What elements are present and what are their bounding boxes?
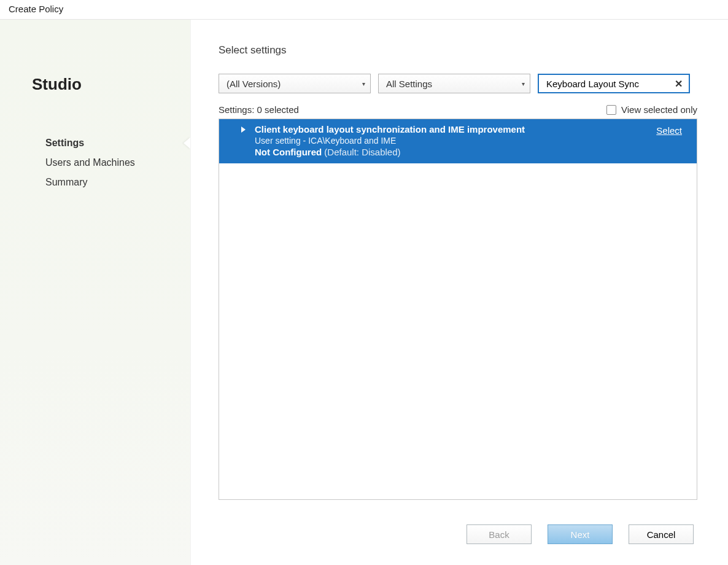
footer-buttons: Back Next Cancel <box>190 506 728 565</box>
wizard-body: Studio Settings Users and Machines Summa… <box>0 20 728 565</box>
content-panel: Select settings (All Versions) ▾ All Set… <box>190 20 728 565</box>
checkbox-icon[interactable] <box>606 105 616 115</box>
setting-status: Not Configured (Default: Disabled) <box>255 147 656 157</box>
expand-icon[interactable] <box>241 127 246 133</box>
search-input[interactable] <box>545 78 672 90</box>
back-button[interactable]: Back <box>467 524 532 544</box>
view-selected-only-label: View selected only <box>621 104 697 115</box>
setting-subtitle: User setting - ICA\Keyboard and IME <box>255 136 656 146</box>
search-box[interactable]: ✕ <box>538 74 690 93</box>
sidebar-item-label: Users and Machines <box>45 157 135 168</box>
sidebar-item-summary[interactable]: Summary <box>32 173 190 192</box>
view-selected-only-toggle[interactable]: View selected only <box>606 104 697 115</box>
category-select[interactable]: All Settings ▾ <box>378 74 530 93</box>
sidebar-item-users-machines[interactable]: Users and Machines <box>32 153 190 173</box>
cancel-button[interactable]: Cancel <box>629 524 694 544</box>
version-select-value: (All Versions) <box>227 79 281 89</box>
chevron-down-icon: ▾ <box>362 80 365 87</box>
select-link[interactable]: Select <box>656 125 682 136</box>
section-title: Select settings <box>219 44 697 56</box>
window-title: Create Policy <box>0 0 728 20</box>
version-select[interactable]: (All Versions) ▾ <box>219 74 371 93</box>
status-label: Settings: <box>219 104 254 115</box>
sidebar-item-label: Settings <box>45 138 84 148</box>
category-select-value: All Settings <box>386 79 432 89</box>
status-default-hint: (Default: Disabled) <box>324 147 400 157</box>
setting-row[interactable]: Client keyboard layout synchronization a… <box>219 119 697 163</box>
sidebar-item-settings[interactable]: Settings <box>32 133 190 153</box>
status-not-configured: Not Configured <box>255 147 322 157</box>
chevron-down-icon: ▾ <box>522 80 525 87</box>
status-row: Settings: 0 selected View selected only <box>219 104 697 115</box>
next-button[interactable]: Next <box>548 524 613 544</box>
content-inner: Select settings (All Versions) ▾ All Set… <box>190 20 728 506</box>
nav-list: Settings Users and Machines Summary <box>32 133 190 192</box>
filters-row: (All Versions) ▾ All Settings ▾ ✕ <box>219 74 697 93</box>
app-name: Studio <box>32 75 190 94</box>
settings-list[interactable]: Client keyboard layout synchronization a… <box>219 119 697 500</box>
clear-search-icon[interactable]: ✕ <box>672 77 685 90</box>
selected-count: Settings: 0 selected <box>219 104 299 115</box>
status-value: 0 selected <box>257 104 299 115</box>
setting-title: Client keyboard layout synchronization a… <box>255 124 656 134</box>
setting-text-block: Client keyboard layout synchronization a… <box>240 124 656 157</box>
sidebar-item-label: Summary <box>45 177 87 187</box>
sidebar: Studio Settings Users and Machines Summa… <box>0 20 190 565</box>
